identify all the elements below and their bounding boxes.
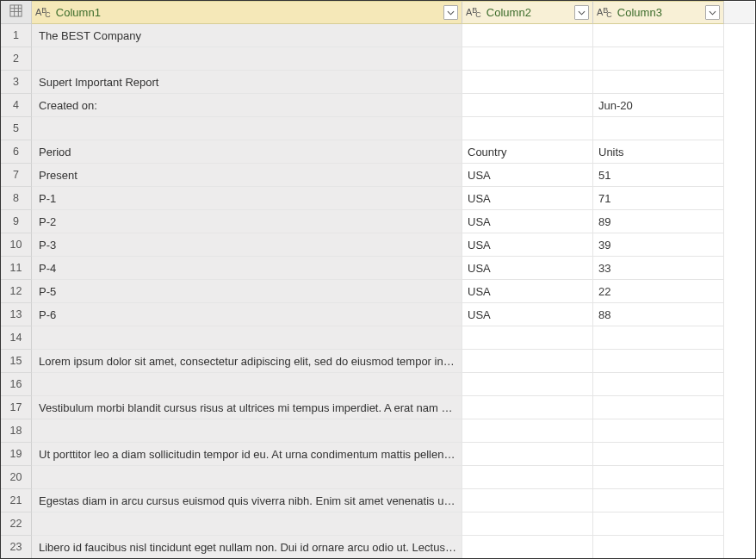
cell-column1[interactable] bbox=[32, 373, 462, 396]
row-number[interactable]: 16 bbox=[1, 373, 32, 396]
cell-column2[interactable] bbox=[462, 373, 593, 396]
cell-column1[interactable]: Libero id faucibus nisl tincidunt eget n… bbox=[32, 536, 462, 559]
cell-column2[interactable] bbox=[462, 419, 593, 443]
cell-column2[interactable] bbox=[462, 512, 593, 536]
cell-column3[interactable] bbox=[593, 466, 724, 489]
cell-column1[interactable] bbox=[32, 466, 462, 489]
cell-column1[interactable]: P-1 bbox=[32, 187, 462, 210]
filter-dropdown-button[interactable] bbox=[443, 5, 458, 20]
cell-column3[interactable] bbox=[593, 512, 724, 536]
row-number[interactable]: 4 bbox=[1, 94, 32, 117]
cell-column1[interactable]: Egestas diam in arcu cursus euismod quis… bbox=[32, 489, 462, 512]
row-number[interactable]: 14 bbox=[1, 326, 32, 350]
row-number[interactable]: 5 bbox=[1, 117, 32, 140]
row-number[interactable]: 11 bbox=[1, 257, 32, 280]
row-number[interactable]: 2 bbox=[1, 47, 32, 71]
cell-column3[interactable] bbox=[593, 47, 724, 71]
cell-column1[interactable]: Supert Important Report bbox=[32, 71, 462, 94]
cell-column1[interactable]: Created on: bbox=[32, 94, 462, 117]
row-number[interactable]: 9 bbox=[1, 210, 32, 233]
cell-column1[interactable]: P-6 bbox=[32, 303, 462, 326]
cell-column1[interactable] bbox=[32, 47, 462, 71]
cell-column2[interactable] bbox=[462, 466, 593, 489]
cell-column2[interactable]: USA bbox=[462, 257, 593, 280]
cell-column1[interactable] bbox=[32, 326, 462, 350]
cell-column1[interactable]: Present bbox=[32, 164, 462, 187]
cell-column1[interactable] bbox=[32, 419, 462, 443]
row-number[interactable]: 18 bbox=[1, 419, 32, 443]
cell-column1[interactable]: Ut porttitor leo a diam sollicitudin tem… bbox=[32, 443, 462, 466]
cell-column3[interactable]: 88 bbox=[593, 303, 724, 326]
row-number[interactable]: 22 bbox=[1, 512, 32, 536]
cell-column2[interactable] bbox=[462, 350, 593, 373]
cell-column2[interactable] bbox=[462, 47, 593, 71]
row-number[interactable]: 3 bbox=[1, 71, 32, 94]
cell-column1[interactable]: Lorem ipsum dolor sit amet, consectetur … bbox=[32, 350, 462, 373]
row-number[interactable]: 21 bbox=[1, 489, 32, 512]
cell-column3[interactable] bbox=[593, 373, 724, 396]
cell-column3[interactable] bbox=[593, 350, 724, 373]
column-header-3[interactable]: ABC Column3 bbox=[593, 1, 724, 24]
select-all-corner[interactable] bbox=[1, 1, 32, 24]
cell-column3[interactable]: Jun-20 bbox=[593, 94, 724, 117]
cell-column2[interactable]: Country bbox=[462, 140, 593, 164]
cell-column2[interactable] bbox=[462, 24, 593, 47]
cell-column3[interactable]: 33 bbox=[593, 257, 724, 280]
cell-column1[interactable]: P-3 bbox=[32, 233, 462, 257]
cell-column2[interactable] bbox=[462, 536, 593, 559]
cell-column2[interactable]: USA bbox=[462, 187, 593, 210]
cell-column3[interactable]: 22 bbox=[593, 280, 724, 303]
cell-column2[interactable]: USA bbox=[462, 210, 593, 233]
column-header-2[interactable]: ABC Column2 bbox=[462, 1, 593, 24]
cell-column1[interactable]: Vestibulum morbi blandit cursus risus at… bbox=[32, 396, 462, 419]
cell-column3[interactable] bbox=[593, 396, 724, 419]
row-number[interactable]: 19 bbox=[1, 443, 32, 466]
cell-column3[interactable] bbox=[593, 536, 724, 559]
cell-column1[interactable] bbox=[32, 117, 462, 140]
row-number[interactable]: 8 bbox=[1, 187, 32, 210]
row-number[interactable]: 10 bbox=[1, 233, 32, 257]
cell-column3[interactable]: 71 bbox=[593, 187, 724, 210]
cell-column3[interactable]: 51 bbox=[593, 164, 724, 187]
cell-column3[interactable] bbox=[593, 489, 724, 512]
cell-column2[interactable] bbox=[462, 326, 593, 350]
cell-column2[interactable] bbox=[462, 396, 593, 419]
row-number[interactable]: 13 bbox=[1, 303, 32, 326]
row-number[interactable]: 17 bbox=[1, 396, 32, 419]
cell-column3[interactable] bbox=[593, 24, 724, 47]
cell-column3[interactable] bbox=[593, 117, 724, 140]
cell-column1[interactable]: The BEST Company bbox=[32, 24, 462, 47]
cell-column1[interactable]: P-2 bbox=[32, 210, 462, 233]
cell-column1[interactable] bbox=[32, 512, 462, 536]
cell-column3[interactable] bbox=[593, 71, 724, 94]
cell-column2[interactable]: USA bbox=[462, 280, 593, 303]
row-number[interactable]: 20 bbox=[1, 466, 32, 489]
cell-column3[interactable] bbox=[593, 326, 724, 350]
cell-column3[interactable]: 39 bbox=[593, 233, 724, 257]
cell-column1[interactable]: P-5 bbox=[32, 280, 462, 303]
cell-column2[interactable]: USA bbox=[462, 233, 593, 257]
row-number[interactable]: 6 bbox=[1, 140, 32, 164]
cell-column3[interactable]: 89 bbox=[593, 210, 724, 233]
row-number[interactable]: 23 bbox=[1, 536, 32, 559]
cell-column2[interactable] bbox=[462, 489, 593, 512]
column-header-1[interactable]: ABC Column1 bbox=[32, 1, 462, 24]
cell-column3[interactable] bbox=[593, 419, 724, 443]
cell-column3[interactable]: Units bbox=[593, 140, 724, 164]
cell-column2[interactable] bbox=[462, 117, 593, 140]
cell-column2[interactable]: USA bbox=[462, 303, 593, 326]
cell-column3[interactable] bbox=[593, 443, 724, 466]
filter-dropdown-button[interactable] bbox=[705, 5, 720, 20]
cell-column2[interactable] bbox=[462, 71, 593, 94]
cell-column2[interactable] bbox=[462, 94, 593, 117]
filter-dropdown-button[interactable] bbox=[574, 5, 589, 20]
cell-value: Ut porttitor leo a diam sollicitudin tem… bbox=[37, 448, 456, 461]
cell-column1[interactable]: P-4 bbox=[32, 257, 462, 280]
row-number[interactable]: 1 bbox=[1, 24, 32, 47]
row-number[interactable]: 15 bbox=[1, 350, 32, 373]
row-number[interactable]: 7 bbox=[1, 164, 32, 187]
cell-column2[interactable] bbox=[462, 443, 593, 466]
row-number[interactable]: 12 bbox=[1, 280, 32, 303]
cell-column1[interactable]: Period bbox=[32, 140, 462, 164]
cell-column2[interactable]: USA bbox=[462, 164, 593, 187]
